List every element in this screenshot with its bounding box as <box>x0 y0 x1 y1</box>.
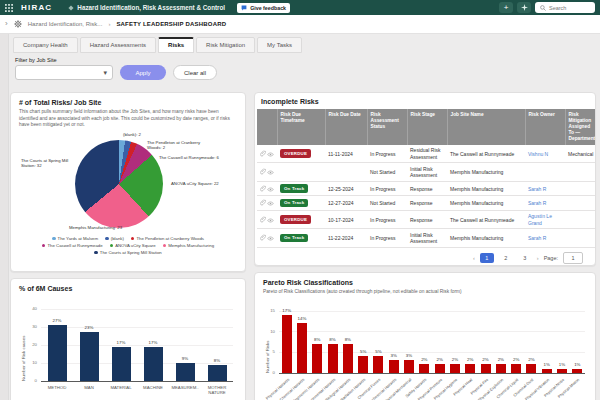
bar-value-label: 14% <box>294 316 309 321</box>
column-header[interactable]: Risk Owner <box>525 109 565 145</box>
clear-all-button[interactable]: Clear all <box>173 65 217 80</box>
collapsed-sidebar[interactable] <box>0 33 9 400</box>
table-row[interactable]: OVERDUE11-11-2024In ProgressResidual Ris… <box>257 145 595 163</box>
bar[interactable] <box>343 344 353 373</box>
feedback-bubble-icon <box>241 5 247 11</box>
legend-item: The Pendleton at Cranberry Woods <box>131 236 204 241</box>
bar[interactable] <box>297 323 307 373</box>
column-header[interactable]: Risk Due Date <box>325 109 367 145</box>
bar[interactable] <box>419 364 429 372</box>
legend-label: The Yards at Malvern <box>58 236 99 241</box>
row-actions[interactable] <box>257 229 277 248</box>
sparkle-button[interactable] <box>517 2 531 13</box>
page-next-button[interactable]: › <box>537 255 539 261</box>
bar[interactable] <box>526 364 536 372</box>
bar[interactable] <box>144 347 163 381</box>
legend-dot <box>110 244 114 248</box>
bar-value-label: 17% <box>137 340 169 345</box>
legend-dot <box>163 244 167 248</box>
bar[interactable] <box>176 363 195 381</box>
bar[interactable] <box>435 364 445 372</box>
legend-item: The Caswell at Runnymeade <box>42 243 103 248</box>
bar[interactable] <box>450 364 460 372</box>
cell-assessment-status: In Progress <box>367 229 407 248</box>
legend-label: (blank) <box>111 236 124 241</box>
bar[interactable] <box>373 356 383 373</box>
table-row[interactable]: On Track11-22-2024In ProgressInitial Ris… <box>257 229 595 248</box>
cell-owner[interactable]: Sarah R <box>525 229 565 248</box>
tab-my-tasks[interactable]: My Tasks <box>257 37 302 53</box>
bar[interactable] <box>542 369 552 373</box>
cell-stage: Response <box>407 196 447 211</box>
column-header[interactable]: Risk Mitigation Assigned To — Department <box>565 109 595 145</box>
row-actions[interactable] <box>257 196 277 211</box>
bar[interactable] <box>465 364 475 372</box>
cell-owner[interactable]: Sarah R <box>525 196 565 211</box>
table-row[interactable]: OVERDUE10-17-2024In ProgressResponseThe … <box>257 210 595 229</box>
sidebar-expand-icon[interactable]: › <box>5 20 8 28</box>
cell-stage: Response <box>407 210 447 229</box>
tab-bar: Company HealthHazard AssessmentsRisksRis… <box>13 37 304 53</box>
column-header[interactable]: Risk Due Timeframe <box>277 109 325 145</box>
column-header[interactable]: Risk Stage <box>407 109 447 145</box>
bar[interactable] <box>358 356 368 373</box>
breadcrumb-parent[interactable]: Hazard Identification, Risk... <box>28 21 103 27</box>
bar[interactable] <box>389 360 399 372</box>
page-prev-button[interactable]: ‹ <box>473 255 475 261</box>
column-header[interactable]: Risk Assessment Status <box>367 109 407 145</box>
tab-hazard-assessments[interactable]: Hazard Assessments <box>80 37 156 53</box>
bar[interactable] <box>496 364 506 372</box>
bar[interactable] <box>282 315 292 373</box>
apply-button[interactable]: Apply <box>120 65 166 80</box>
page-button-2[interactable]: 2 <box>499 253 513 263</box>
row-actions[interactable] <box>257 145 277 163</box>
bar-value-label: 5% <box>356 349 371 354</box>
search-input[interactable]: Search <box>535 2 595 13</box>
table-row[interactable]: Not StartedInitial Risk AssessmentMemphi… <box>257 163 595 182</box>
page-button-1[interactable]: 1 <box>480 253 494 263</box>
apps-grid-icon[interactable] <box>5 4 13 12</box>
bar[interactable] <box>208 365 227 381</box>
add-button[interactable]: + <box>499 2 513 13</box>
bar-value-label: 2% <box>432 357 447 362</box>
column-header[interactable]: Job Site Name <box>447 109 525 145</box>
bar[interactable] <box>557 369 567 373</box>
pie-disc[interactable] <box>75 140 163 228</box>
cell-job-site: The Caswell at Runnymeade <box>447 210 525 229</box>
bar[interactable] <box>481 364 491 372</box>
row-actions[interactable] <box>257 210 277 229</box>
bar[interactable] <box>80 332 99 381</box>
tab-company-health[interactable]: Company Health <box>13 37 78 53</box>
give-feedback-button[interactable]: Give feedback <box>237 3 290 13</box>
bar[interactable] <box>328 344 338 373</box>
pie-slice-label: The Courts at Spring Mill Station: 32 <box>21 158 79 169</box>
table-row[interactable]: On Track12-25-2024In ProgressResponseMem… <box>257 181 595 196</box>
bar[interactable] <box>572 369 582 373</box>
page-number-input[interactable]: 1 <box>563 252 583 264</box>
bar[interactable] <box>48 325 67 381</box>
app-header: HIRAC Hazard Identification, Risk Assess… <box>0 0 600 15</box>
row-actions[interactable] <box>257 163 277 182</box>
bar-value-label: 2% <box>478 357 493 362</box>
gear-icon[interactable] <box>14 20 22 28</box>
bar[interactable] <box>511 364 521 372</box>
x-axis-label: MEASUREM.. <box>169 385 201 390</box>
tab-risk-mitigation[interactable]: Risk Mitigation <box>196 37 255 53</box>
bar[interactable] <box>404 360 414 372</box>
bar[interactable] <box>312 344 322 373</box>
table-row[interactable]: On Track12-27-2024Not StartedResponseMem… <box>257 196 595 211</box>
app-brand[interactable]: HIRAC <box>21 3 52 12</box>
y-tick-label: 10 <box>25 360 37 365</box>
row-actions[interactable] <box>257 181 277 196</box>
bar[interactable] <box>112 347 131 381</box>
pie-chart: (blank): 2The Pendleton at Cranberry Woo… <box>19 132 239 232</box>
job-site-select[interactable]: ▾ <box>15 65 113 80</box>
cell-owner[interactable]: Agustín Le Grand <box>525 210 565 229</box>
gridline <box>41 363 233 364</box>
cell-owner[interactable]: Sarah R <box>525 181 565 196</box>
cell-owner[interactable]: Vishnu N <box>525 145 565 163</box>
bar-value-label: 8% <box>310 337 325 342</box>
page-button-3[interactable]: 3 <box>518 253 532 263</box>
tab-risks[interactable]: Risks <box>158 37 194 53</box>
y-tick-label: 15 <box>263 308 275 313</box>
